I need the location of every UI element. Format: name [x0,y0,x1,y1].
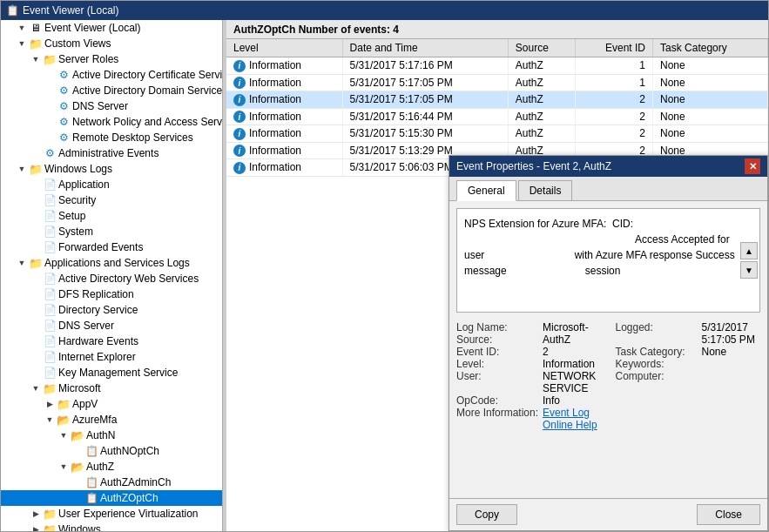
tree-root[interactable]: ▼ 🖥 Event Viewer (Local) [1,20,222,36]
sidebar-item-apps-services[interactable]: ▼ 📁 Applications and Services Logs [1,255,222,271]
cell-level: iInformation [226,108,342,125]
tree-label: Setup [58,210,85,222]
modal-titlebar: Event Properties - Event 2, AuthZ ✕ [449,156,767,177]
sidebar-item-authn[interactable]: ▼ 📂 AuthN [1,428,222,443]
log-icon: 📄 [43,320,57,332]
sidebar-item-remote-desktop[interactable]: ⚙ Remote Desktop Services [1,130,222,145]
source-value: AuthZ [543,333,570,346]
sidebar-item-security[interactable]: 📄 Security [1,192,222,208]
sidebar-item-user-exp[interactable]: ▶ 📁 User Experience Virtualization [1,506,222,522]
table-row[interactable]: iInformation5/31/2017 5:17:05 PMAuthZ2No… [226,91,768,109]
info-icon: i [233,128,246,140]
sidebar-item-key-mgmt[interactable]: 📄 Key Management Service [1,365,222,380]
col-task[interactable]: Task Category [653,39,768,57]
sidebar-item-dfs[interactable]: 📄 DFS Replication [1,286,222,302]
col-source[interactable]: Source [508,39,575,57]
desc-line1: NPS Extension for Azure MFA: CID: Access… [464,218,730,246]
sidebar-item-authzoptch[interactable]: 📋 AuthZOptCh [1,490,222,506]
service-icon: ⚙ [57,84,71,97]
tree-label: AuthZOptCh [100,492,159,504]
tree-toggle[interactable]: ▶ [43,400,57,408]
detail-user: User: NETWORK SERVICE [456,370,602,394]
tree-toggle[interactable]: ▼ [29,55,43,64]
folder-icon: 📁 [29,163,43,176]
sidebar-item-ad-domain[interactable]: ⚙ Active Directory Domain Service... [1,83,222,98]
sidebar-item-dns[interactable]: ⚙ DNS Server [1,98,222,114]
sidebar-item-appv[interactable]: ▶ 📁 AppV [1,396,222,412]
detail-logged: Logged: 5/31/2017 5:17:05 PM [616,321,761,346]
sidebar-item-system[interactable]: 📄 System [1,224,222,239]
cell-task: None [653,91,768,109]
channel-icon: 📋 [84,476,98,488]
title-bar: 📋 Event Viewer (Local) [1,1,768,20]
sidebar-item-admin-events[interactable]: ⚙ Administrative Events [1,145,222,161]
col-level[interactable]: Level [226,39,342,57]
sidebar-item-server-roles[interactable]: ▼ 📁 Server Roles [1,51,222,67]
cell-event-id: 1 [576,74,653,91]
cell-level: iInformation [226,142,342,159]
tree-toggle-root[interactable]: ▼ [15,24,29,32]
sidebar-item-forwarded[interactable]: 📄 Forwarded Events [1,239,222,255]
tree-label: Directory Service [58,304,138,316]
tree-label: AuthN [86,429,115,441]
tree-toggle[interactable]: ▼ [43,415,57,424]
sidebar-item-ie[interactable]: 📄 Internet Explorer [1,349,222,365]
table-row[interactable]: iInformation5/31/2017 5:16:44 PMAuthZ2No… [226,108,768,125]
sidebar-item-authz[interactable]: ▼ 📂 AuthZ [1,459,222,475]
computer-label: Computer: [616,370,698,382]
event-log-online-help-link[interactable]: Event Log Online Help [543,407,602,431]
copy-button[interactable]: Copy [456,504,517,525]
sidebar-item-network-policy[interactable]: ⚙ Network Policy and Access Serv... [1,114,222,130]
tree-toggle[interactable]: ▶ [29,509,43,518]
tree-toggle[interactable]: ▼ [15,259,29,267]
folder-icon: 📁 [43,508,57,521]
col-eventid[interactable]: Event ID [576,39,653,57]
tree-panel: ▼ 🖥 Event Viewer (Local) ▼ 📁 Custom View… [1,20,223,531]
sidebar-item-dns2[interactable]: 📄 DNS Server [1,318,222,333]
tree-toggle-custom-views[interactable]: ▼ [15,39,29,48]
tree-toggle[interactable]: ▼ [29,384,43,393]
tree-toggle[interactable]: ▼ [57,462,71,471]
sidebar-item-application[interactable]: 📄 Application [1,177,222,192]
sidebar-item-authnoptch[interactable]: 📋 AuthNOptCh [1,443,222,459]
tree-label: Microsoft [58,382,101,394]
sidebar-item-setup[interactable]: 📄 Setup [1,208,222,224]
sidebar-item-ad-web[interactable]: 📄 Active Directory Web Services [1,271,222,286]
close-button[interactable]: Close [697,504,760,525]
tree-root-label: Event Viewer (Local) [44,22,141,34]
folder-icon: 📁 [29,257,43,270]
sidebar-item-authzadminch[interactable]: 📋 AuthZAdminCh [1,475,222,490]
cell-source: AuthZ [508,108,575,125]
modal-close-button[interactable]: ✕ [745,158,760,174]
computer-icon: 🖥 [29,22,43,34]
sidebar-item-hardware[interactable]: 📄 Hardware Events [1,333,222,349]
sidebar-item-azuremfa[interactable]: ▼ 📂 AzureMfa [1,412,222,428]
table-row[interactable]: iInformation5/31/2017 5:17:05 PMAuthZ1No… [226,74,768,91]
sidebar-item-dir-service[interactable]: 📄 Directory Service [1,302,222,318]
modal-title: Event Properties - Event 2, AuthZ [456,160,611,172]
table-row[interactable]: iInformation5/31/2017 5:15:30 PMAuthZ2No… [226,125,768,143]
tab-details[interactable]: Details [518,180,573,200]
tree-toggle[interactable]: ▼ [57,431,71,440]
sidebar-item-windows[interactable]: ▶ 📁 Windows [1,522,222,531]
tree-toggle[interactable]: ▶ [29,525,43,531]
sidebar-item-custom-views[interactable]: ▼ 📁 Custom Views [1,36,222,51]
info-icon: i [233,145,246,157]
sidebar-item-ad-cert[interactable]: ⚙ Active Directory Certificate Servi... [1,67,222,83]
col-datetime[interactable]: Date and Time [342,39,508,57]
channel-icon: 📋 [84,492,98,504]
scroll-up-button[interactable]: ▲ [740,242,758,259]
scroll-down-button[interactable]: ▼ [740,261,758,279]
sidebar-item-microsoft[interactable]: ▼ 📁 Microsoft [1,380,222,396]
source-label: Source: [456,333,539,346]
tree-toggle[interactable]: ▼ [15,165,29,173]
sidebar-item-windows-logs[interactable]: ▼ 📁 Windows Logs [1,161,222,177]
tree-label: Applications and Services Logs [44,257,190,269]
event-description-text: NPS Extension for Azure MFA: CID: Access… [464,216,752,305]
info-icon: i [233,111,246,123]
table-row[interactable]: iInformation5/31/2017 5:17:16 PMAuthZ1No… [226,57,768,75]
detail-more-info: More Information: Event Log Online Help [456,407,602,431]
cell-event-id: 2 [576,91,653,109]
cell-task: None [653,125,768,143]
tab-general[interactable]: General [456,180,516,201]
